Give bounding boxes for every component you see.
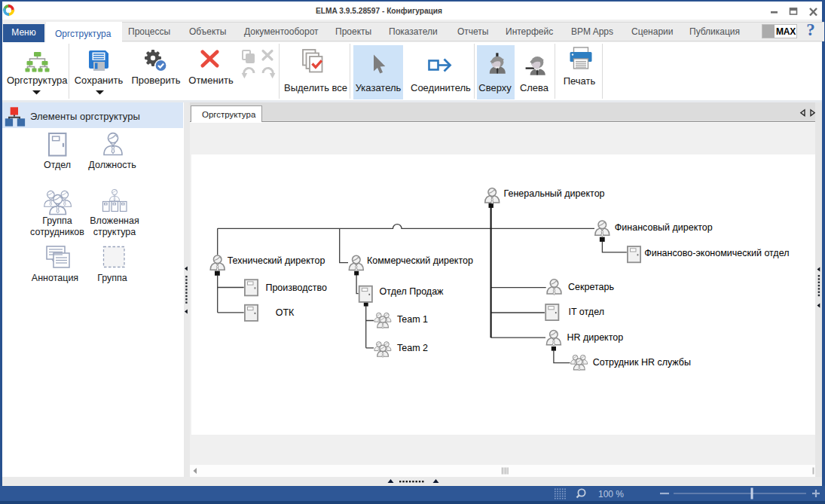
svg-text:Коммерческий директор: Коммерческий директор [367, 255, 473, 266]
svg-text:Генеральный директор: Генеральный директор [504, 188, 605, 199]
svg-text:Team 2: Team 2 [397, 343, 428, 353]
svg-text:IT отдел: IT отдел [569, 307, 604, 317]
svg-text:Финансовый директор: Финансовый директор [615, 222, 713, 233]
svg-text:Отдел Продаж: Отдел Продаж [380, 286, 444, 297]
svg-text:ОТК: ОТК [276, 307, 295, 318]
svg-text:HR директор: HR директор [567, 332, 623, 343]
svg-text:Технический директор: Технический директор [228, 255, 325, 266]
svg-text:Team 1: Team 1 [397, 314, 428, 325]
svg-text:Финансово-экономический отдел: Финансово-экономический отдел [644, 248, 789, 258]
svg-text:Секретарь: Секретарь [568, 282, 614, 292]
svg-text:Производство: Производство [265, 283, 327, 293]
svg-text:Сотрудник HR службы: Сотрудник HR службы [593, 357, 691, 368]
